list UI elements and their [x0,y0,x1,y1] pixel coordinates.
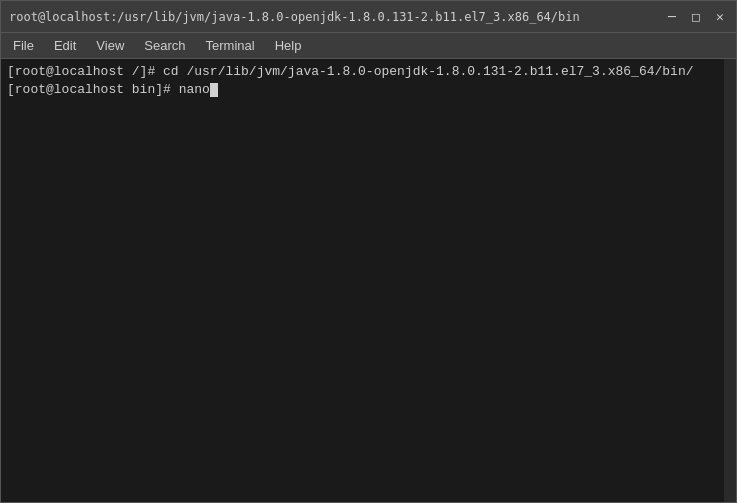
terminal-line-2: [root@localhost bin]# nano [7,81,730,99]
menu-file[interactable]: File [5,36,42,55]
menu-search[interactable]: Search [136,36,193,55]
close-button[interactable]: ✕ [712,10,728,23]
terminal-cursor [210,83,218,97]
window-controls: ─ □ ✕ [664,10,728,23]
maximize-button[interactable]: □ [688,10,704,23]
minimize-button[interactable]: ─ [664,10,680,23]
menu-terminal[interactable]: Terminal [198,36,263,55]
title-bar: root@localhost:/usr/lib/jvm/java-1.8.0-o… [1,1,736,33]
terminal-body[interactable]: [root@localhost /]# cd /usr/lib/jvm/java… [1,59,736,502]
window-title: root@localhost:/usr/lib/jvm/java-1.8.0-o… [9,10,664,24]
menu-bar: File Edit View Search Terminal Help [1,33,736,59]
menu-view[interactable]: View [88,36,132,55]
menu-help[interactable]: Help [267,36,310,55]
menu-edit[interactable]: Edit [46,36,84,55]
terminal-line-1: [root@localhost /]# cd /usr/lib/jvm/java… [7,63,730,81]
terminal-window: root@localhost:/usr/lib/jvm/java-1.8.0-o… [0,0,737,503]
scrollbar[interactable] [724,59,736,502]
